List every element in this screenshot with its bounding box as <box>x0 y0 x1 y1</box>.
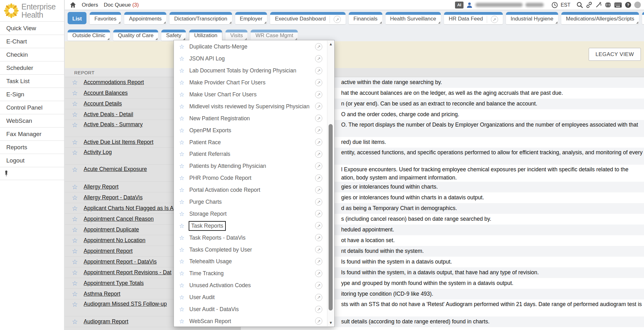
menu-item[interactable]: ☆ Time Tracking ↗ <box>174 268 327 280</box>
report-link[interactable]: Audiogram Missed STS Follow-up <box>84 301 167 307</box>
menu-item[interactable]: ☆ User Audit ↗ <box>174 292 327 304</box>
favorite-star-icon[interactable]: ☆ <box>178 222 186 230</box>
globe-icon[interactable] <box>605 2 611 8</box>
menu-item[interactable]: ☆ Patient Referrals ↗ <box>174 148 327 160</box>
menu-item[interactable]: ☆ Midlevel visits reviewed by Supervisin… <box>174 100 327 112</box>
report-link[interactable]: Activity Log <box>84 149 112 156</box>
nav-tab[interactable]: HR Data Feed ↗ <box>444 12 503 24</box>
report-link[interactable]: Appointment Duplicate <box>84 226 139 233</box>
favorite-star-icon[interactable]: ☆ <box>178 306 186 313</box>
nav-tab[interactable]: Favorites ↗ <box>90 12 121 24</box>
open-in-new-icon[interactable]: ↗ <box>315 258 322 265</box>
open-in-new-icon[interactable]: ↗ <box>315 282 322 289</box>
open-in-new-icon[interactable]: ↗ <box>491 16 498 23</box>
nav-tab[interactable]: Health Surveillance ↗ <box>386 12 441 24</box>
report-link[interactable]: Appointment Cancel Reason <box>84 216 154 222</box>
report-link[interactable]: Allergy Report - DataVis <box>84 194 142 201</box>
menu-item[interactable]: ☆ New Patient Registration ↗ <box>174 112 327 124</box>
open-in-new-icon[interactable]: ↗ <box>315 162 322 170</box>
breadcrumb-orders[interactable]: Orders <box>82 2 98 8</box>
report-link[interactable]: Active Due List Items Report <box>84 139 153 145</box>
open-in-new-icon[interactable]: ↗ <box>315 174 322 182</box>
menu-item[interactable]: ☆ Make Provider Chart For Users ↗ <box>174 77 327 89</box>
report-link[interactable]: Appointment No Location <box>84 237 146 244</box>
menu-item[interactable]: ☆ Lab Document Totals by Ordering Physic… <box>174 65 327 77</box>
report-link[interactable]: Appointment Report Revisions - Dat <box>84 269 171 276</box>
favorite-star-icon[interactable]: ☆ <box>178 139 186 146</box>
nav-tab[interactable]: Industrial Hygiene ↗ <box>506 12 558 24</box>
favorite-star-icon[interactable]: ☆ <box>69 237 80 244</box>
open-in-new-icon[interactable]: ↗ <box>315 103 322 110</box>
report-link[interactable]: Asthma Report <box>84 291 120 297</box>
sidebar-item[interactable]: WebScan <box>0 114 64 127</box>
open-in-new-icon[interactable]: ↗ <box>315 43 322 50</box>
open-in-new-icon[interactable]: ↗ <box>315 127 322 134</box>
pin-icon[interactable] <box>4 170 9 177</box>
scroll-up-icon[interactable]: ▲ <box>327 42 334 46</box>
favorite-star-icon[interactable]: ☆ <box>69 89 80 97</box>
favorite-star-icon[interactable]: ☆ <box>178 174 186 182</box>
menu-item[interactable]: ☆ Duplicate Charts-Merge ↗ <box>174 41 327 53</box>
nav-tab[interactable]: Orders ↗ <box>642 12 644 24</box>
sidebar-item[interactable]: Reports <box>0 140 64 154</box>
favorite-star-icon[interactable]: ☆ <box>178 258 186 265</box>
magic-wand-icon[interactable] <box>595 2 602 8</box>
home-icon[interactable] <box>70 2 76 8</box>
open-in-new-icon[interactable]: ↗ <box>315 306 322 313</box>
open-in-new-icon[interactable]: ↗ <box>315 55 322 62</box>
report-link[interactable]: Active Deals - Detail <box>84 111 133 118</box>
favorite-star-icon[interactable]: ☆ <box>178 91 186 98</box>
favorite-star-icon[interactable]: ☆ <box>178 151 186 158</box>
favorite-star-icon[interactable]: ☆ <box>178 198 186 206</box>
nav-tab[interactable]: Medications/Allergies/Scripts ↗ <box>561 12 639 24</box>
favorite-star-icon[interactable]: ☆ <box>178 115 186 122</box>
open-in-new-icon[interactable]: ↗ <box>315 115 322 122</box>
breadcrumb-doc-queue[interactable]: Doc Queue (3) <box>104 2 139 8</box>
open-in-new-icon[interactable]: ↗ <box>315 210 322 217</box>
search-icon[interactable] <box>576 2 583 8</box>
favorite-star-icon[interactable]: ☆ <box>69 215 80 223</box>
favorite-star-icon[interactable]: ☆ <box>69 121 80 129</box>
sidebar-item[interactable]: Scheduler <box>0 61 64 74</box>
favorite-star-icon[interactable]: ☆ <box>178 79 186 86</box>
menu-item[interactable]: ☆ Task Reports - DataVis ↗ <box>174 232 327 244</box>
menu-item[interactable]: ☆ Tasks Completed by User ↗ <box>174 244 327 256</box>
avatar[interactable] <box>634 2 641 8</box>
legacy-view-button[interactable]: LEGACY VIEW <box>589 48 641 61</box>
report-link[interactable]: Audiogram Report <box>84 318 128 325</box>
favorite-star-icon[interactable]: ☆ <box>69 329 80 330</box>
menu-item[interactable]: ☆ Make User Chart For Users ↗ <box>174 89 327 101</box>
favorite-star-icon[interactable]: ☆ <box>178 186 186 194</box>
open-in-new-icon[interactable]: ↗ <box>315 79 322 86</box>
favorite-star-icon[interactable]: ☆ <box>69 79 80 86</box>
report-link[interactable]: Appointment Report <box>84 248 133 254</box>
favorite-star-icon[interactable]: ☆ <box>69 194 80 202</box>
favorite-star-icon[interactable]: ☆ <box>69 183 80 191</box>
link-icon[interactable] <box>586 2 592 8</box>
dropdown-scrollbar[interactable]: ▲ ▼ <box>327 41 334 326</box>
open-in-new-icon[interactable]: ↗ <box>315 91 322 98</box>
report-link[interactable]: Accommodations Report <box>84 79 144 86</box>
open-in-new-icon[interactable]: ↗ <box>315 198 322 206</box>
open-in-new-icon[interactable]: ↗ <box>315 139 322 146</box>
favorite-star-icon[interactable]: ☆ <box>69 301 80 308</box>
nav-tab[interactable]: Executive Dashboard ↗ <box>270 12 346 24</box>
favorite-star-icon[interactable]: ☆ <box>178 162 186 170</box>
open-in-new-icon[interactable]: ↗ <box>315 246 322 253</box>
favorite-star-icon[interactable]: ☆ <box>69 149 80 156</box>
sidebar-item[interactable]: Fax Manager <box>0 127 64 140</box>
sidebar-item[interactable]: Task List <box>0 74 64 88</box>
report-link[interactable]: Appointment Type Totals <box>84 280 144 287</box>
nav-tab[interactable]: WR Case Mgmt ↗ <box>251 30 298 41</box>
favorite-star-icon[interactable]: ☆ <box>178 43 186 50</box>
sidebar-item[interactable]: Logout <box>0 154 64 167</box>
report-link[interactable]: Account Balances <box>84 90 128 96</box>
menu-item[interactable]: ☆ OpenPM Exports ↗ <box>174 124 327 136</box>
favorite-star-icon[interactable]: ☆ <box>69 280 80 287</box>
menu-item[interactable]: ☆ Patients by Attending Physician ↗ <box>174 160 327 172</box>
report-link[interactable]: Account Details <box>84 100 122 107</box>
favorite-star-icon[interactable]: ☆ <box>178 234 186 242</box>
favorite-star-icon[interactable]: ☆ <box>178 246 186 253</box>
nav-tab[interactable]: Employer ↗ <box>235 12 267 24</box>
sidebar-item[interactable]: Checkin <box>0 48 64 61</box>
